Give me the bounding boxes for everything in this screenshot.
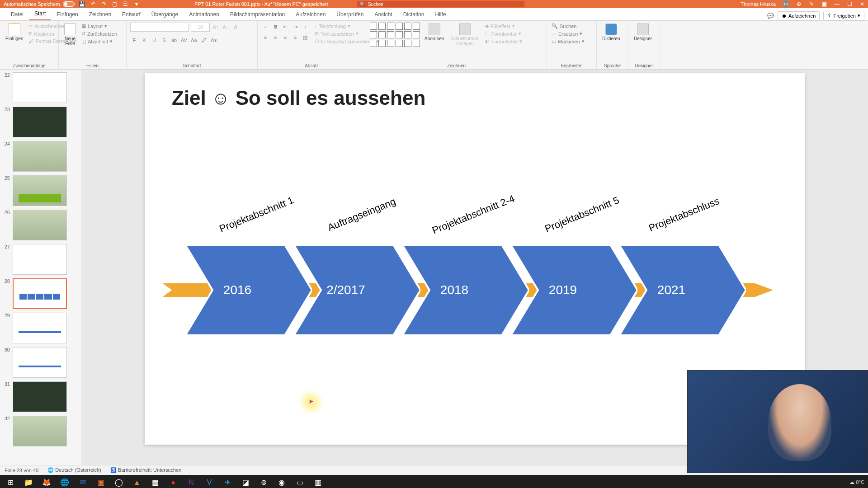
redo-icon[interactable]: ↷	[101, 1, 107, 7]
phase-label-4[interactable]: Projektabschnitt 5	[543, 194, 621, 235]
thumbnail-29[interactable]	[13, 313, 67, 343]
powerpoint-icon[interactable]: ▣	[93, 476, 108, 488]
present-icon[interactable]: ▢	[112, 1, 118, 7]
vlc-icon[interactable]: ▲	[129, 476, 145, 488]
arrange-button[interactable]: Anordnen	[423, 23, 446, 42]
user-name[interactable]: Thomas Hruska	[741, 1, 776, 7]
app-icon-3[interactable]: ●	[165, 476, 181, 488]
group-font-label: Schriftart	[130, 63, 254, 68]
minimize-icon[interactable]: —	[834, 1, 840, 7]
chrome-icon[interactable]: 🌐	[57, 476, 72, 488]
thumbnail-28[interactable]	[13, 278, 67, 309]
obs-icon[interactable]: ⊚	[256, 476, 271, 488]
language-status[interactable]: 🌐 Deutsch (Österreich)	[47, 467, 101, 473]
group-editing-label: Bearbeiten	[551, 63, 593, 68]
sync-icon[interactable]: ⊕	[796, 1, 802, 7]
tab-start[interactable]: Start	[29, 8, 51, 20]
slide-counter[interactable]: Folie 28 von 40	[5, 468, 38, 473]
chevron-1[interactable]: 2016	[185, 245, 294, 335]
thumbnail-25[interactable]	[13, 175, 67, 206]
comments-icon[interactable]: 💬	[768, 13, 774, 19]
bullets-icon: ≡	[261, 23, 269, 31]
thumbnail-24[interactable]	[13, 141, 67, 172]
phase-label-2[interactable]: Auftragseingang	[326, 196, 397, 234]
thumbnail-26[interactable]	[13, 210, 67, 240]
app-icon-7[interactable]: ▥	[310, 476, 326, 488]
chevron-5[interactable]: 2021	[619, 245, 728, 335]
weather-widget[interactable]: ☁ 8°C	[849, 479, 864, 485]
outlook-icon[interactable]: ✉	[75, 476, 90, 488]
reset-button[interactable]: ↺ Zurücksetzen	[80, 30, 118, 37]
align-center-icon: ≡	[271, 33, 279, 42]
user-avatar[interactable]: TH	[782, 0, 789, 8]
replace-button[interactable]: ↔ Ersetzen ▾	[551, 30, 585, 37]
tab-bildschirm[interactable]: Bildschirmpräsentation	[225, 9, 290, 20]
chevron-3[interactable]: 2018	[402, 245, 511, 335]
draw-icon[interactable]: ✎	[808, 1, 815, 7]
font-size-combo: 18	[191, 23, 210, 32]
phase-label-3[interactable]: Projektabschnitt 2-4	[430, 193, 516, 237]
designer-button[interactable]: Designer	[632, 23, 654, 42]
thumbnail-31[interactable]	[13, 381, 67, 412]
document-title[interactable]: PPT 01 Roter Faden 001.pptx · Auf "diese…	[194, 1, 328, 7]
tab-ueberpruefen[interactable]: Überprüfen	[331, 9, 369, 20]
thumbnail-23[interactable]	[13, 107, 67, 137]
tab-uebergaenge[interactable]: Übergänge	[146, 9, 184, 20]
tab-animationen[interactable]: Animationen	[184, 9, 225, 20]
slide-title[interactable]: Ziel ☺ So soll es aussehen	[172, 87, 425, 109]
telegram-icon[interactable]: ✈	[220, 476, 235, 488]
chevron-4[interactable]: 2019	[511, 245, 619, 335]
phase-label-1[interactable]: Projektabschnitt 1	[217, 194, 295, 235]
maximize-icon[interactable]: ☐	[846, 1, 853, 7]
start-button[interactable]: ⊞	[3, 476, 18, 488]
app-icon-v[interactable]: V	[202, 476, 217, 488]
thumbnail-30[interactable]	[13, 347, 67, 378]
paste-button[interactable]: Einfügen	[4, 23, 25, 42]
app-icon-4[interactable]: ◪	[238, 476, 253, 488]
explorer-icon[interactable]: 📁	[21, 476, 36, 488]
search-icon: 🔍	[360, 2, 365, 7]
search-box[interactable]: 🔍 Suchen	[357, 1, 524, 7]
select-button[interactable]: ▭ Markieren ▾	[551, 38, 585, 45]
undo-icon[interactable]: ↶	[90, 1, 96, 7]
timeline-graphic[interactable]: Projektabschnitt 1 Auftragseingang Proje…	[163, 245, 787, 335]
layout-button[interactable]: ▦ Layout ▾	[80, 23, 118, 29]
close-icon[interactable]: ✕	[859, 1, 865, 7]
underline-button: U	[150, 36, 158, 44]
app-icon-6[interactable]: ▭	[292, 476, 307, 488]
record-button[interactable]: ⏺Aufzeichnen	[778, 11, 820, 20]
share-button[interactable]: ⇪Freigeben▾	[823, 11, 864, 20]
tab-aufzeichnen[interactable]: Aufzeichnen	[290, 9, 331, 20]
tab-dictation[interactable]: Dictation	[398, 9, 430, 20]
thumbnail-22[interactable]	[13, 72, 67, 103]
touch-icon[interactable]: ☰	[123, 1, 129, 7]
app-icon-2[interactable]: ▦	[147, 476, 163, 488]
tab-einfuegen[interactable]: Einfügen	[51, 9, 83, 20]
accessibility-status[interactable]: ♿ Barrierefreiheit: Untersuchen	[110, 467, 182, 473]
tab-entwurf[interactable]: Entwurf	[117, 9, 146, 20]
tab-ansicht[interactable]: Ansicht	[369, 9, 397, 20]
app-icon-5[interactable]: ◉	[274, 476, 289, 488]
phase-label-5[interactable]: Projektabschluss	[647, 195, 721, 234]
thumbnail-27[interactable]	[13, 244, 67, 275]
chevron-2[interactable]: 2/2017	[294, 245, 402, 335]
dictate-button[interactable]: Diktieren	[600, 23, 622, 42]
autosave-toggle[interactable]: Automatisches Speichern	[4, 1, 75, 7]
tab-zeichnen[interactable]: Zeichnen	[84, 9, 117, 20]
tab-hilfe[interactable]: Hilfe	[429, 9, 451, 20]
tab-datei[interactable]: Datei	[5, 9, 29, 20]
qat-more-icon[interactable]: ▾	[133, 1, 140, 7]
section-button[interactable]: ◫ Abschnitt ▾	[80, 38, 118, 45]
shapes-gallery[interactable]	[370, 23, 420, 47]
firefox-icon[interactable]: 🦊	[39, 476, 54, 488]
onenote-icon[interactable]: N	[184, 476, 199, 488]
new-slide-button[interactable]: Neue Folie	[62, 23, 78, 47]
thumbnail-32[interactable]	[13, 416, 67, 446]
align-left-icon: ≡	[261, 33, 269, 42]
shadow-icon: ab	[170, 36, 178, 44]
window-icon[interactable]: ▣	[821, 1, 827, 7]
slide-thumbnails-panel[interactable]: 22 23 24 25 26 27 28 29 30 31 32	[0, 70, 81, 465]
find-button[interactable]: 🔍 Suchen	[551, 23, 585, 29]
save-icon[interactable]: 💾	[79, 1, 85, 7]
app-icon-1[interactable]: ◯	[111, 476, 127, 488]
